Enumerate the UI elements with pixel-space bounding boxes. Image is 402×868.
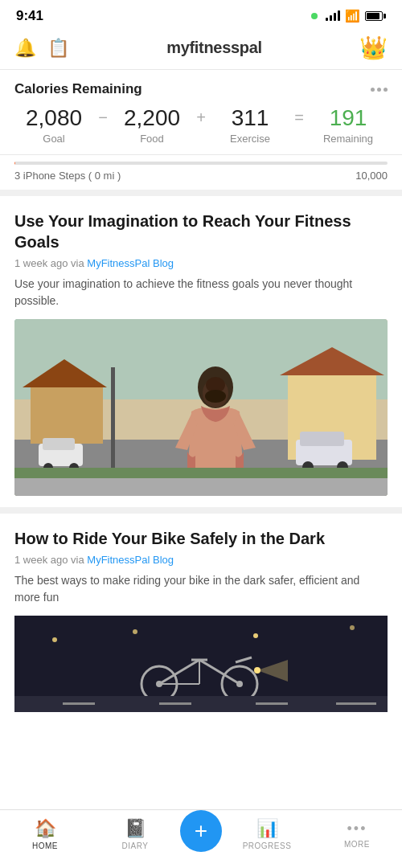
articles-section: Use Your Imagination to Reach Your Fitne… [0,196,402,712]
battery-icon [365,11,386,21]
status-time: 9:41 [16,8,43,24]
svg-point-26 [133,629,137,634]
wifi-icon: 📶 [345,9,360,23]
activity-indicator [311,13,318,19]
article-2-svg [14,616,388,712]
article-svg [14,319,388,496]
steps-labels: 3 iPhone Steps ( 0 mi ) 10,000 [14,170,388,182]
svg-rect-44 [336,702,376,705]
exercise-item: 311 Exercise [211,105,289,145]
svg-rect-43 [256,702,288,705]
article-source-link-2[interactable]: MyFitnessPal Blog [87,554,174,566]
svg-rect-6 [43,438,75,450]
home-label: HOME [32,841,58,850]
plus-icon: + [195,820,207,842]
article-meta: 1 week ago via MyFitnessPal Blog [14,257,388,269]
diary-label: DIARY [122,841,149,850]
nav-item-more[interactable]: ••• MORE [312,821,402,849]
food-value: 2,200 [113,105,191,131]
svg-point-27 [253,633,258,638]
article-source-link[interactable]: MyFitnessPal Blog [87,257,174,269]
svg-rect-3 [31,387,103,444]
article-time: 1 week ago via [14,257,87,269]
svg-rect-42 [159,702,191,705]
bell-icon[interactable]: 🔔 [14,38,36,59]
calories-header: Calories Remaining [14,81,388,97]
exercise-value: 311 [211,105,289,131]
calories-title: Calories Remaining [14,81,142,97]
remaining-label: Remaining [309,133,388,145]
status-bar: 9:41 📶 [0,0,402,28]
diary-icon: 📓 [125,818,146,839]
article-excerpt: Use your imagination to achieve the fitn… [14,276,388,309]
svg-rect-12 [300,432,344,446]
home-icon: 🏠 [35,818,56,839]
clipboard-icon[interactable]: 📋 [47,38,69,59]
goal-item: 2,080 Goal [14,105,93,145]
svg-rect-22 [14,476,388,496]
status-icons: 📶 [311,9,386,23]
food-item: 2,200 Food [113,105,191,145]
article-card[interactable]: Use Your Imagination to Reach Your Fitne… [0,196,402,514]
more-label: MORE [344,840,370,849]
exercise-label: Exercise [211,133,289,145]
calories-row: 2,080 Goal − 2,200 Food + 311 Exercise =… [14,105,388,145]
app-title: myfitnesspal [166,39,262,57]
nav-left-icons: 🔔 📋 [14,38,69,59]
progress-icon: 📊 [256,818,278,839]
steps-progress-bar [14,162,388,165]
more-options-button[interactable] [371,88,388,92]
premium-crown-icon[interactable]: 👑 [359,35,388,61]
plus-operator: + [191,108,211,141]
signal-icon [326,11,340,21]
equals-operator: = [289,108,309,141]
steps-goal: 10,000 [355,170,388,182]
nav-item-home[interactable]: 🏠 HOME [0,818,90,850]
steps-progress-fill [14,162,15,165]
article-image-2 [14,616,388,712]
more-icon: ••• [347,821,367,837]
remaining-item: 191 Remaining [309,105,388,145]
article-excerpt-2: The best ways to make riding your bike i… [14,572,388,606]
svg-point-21 [205,390,226,403]
article-card-2[interactable]: How to Ride Your Bike Safely in the Dark… [0,514,402,712]
steps-section: 3 iPhone Steps ( 0 mi ) 10,000 [0,155,402,196]
bottom-nav: 🏠 HOME 📓 DIARY + 📊 PROGRESS ••• MORE [0,809,402,868]
top-nav: 🔔 📋 myfitnesspal 👑 [0,28,402,70]
goal-value: 2,080 [14,105,93,131]
svg-rect-23 [14,468,388,478]
nav-item-diary[interactable]: 📓 DIARY [90,818,180,850]
svg-point-25 [52,637,57,642]
svg-rect-41 [63,702,95,705]
steps-count: 3 iPhone Steps ( 0 mi ) [14,170,121,182]
article-time-2: 1 week ago via [14,554,87,566]
svg-point-28 [350,625,355,630]
calories-card: Calories Remaining 2,080 Goal − 2,200 Fo… [0,70,402,155]
article-title-2: How to Ride Your Bike Safely in the Dark [14,528,388,549]
goal-label: Goal [14,133,93,145]
nav-item-progress[interactable]: 📊 PROGRESS [222,818,312,850]
add-button[interactable]: + [180,810,222,852]
progress-label: PROGRESS [243,841,292,850]
food-label: Food [113,133,191,145]
article-title: Use Your Imagination to Reach Your Fitne… [14,211,388,252]
article-meta-2: 1 week ago via MyFitnessPal Blog [14,554,388,566]
article-image [14,319,388,496]
minus-operator: − [93,108,113,141]
remaining-value: 191 [309,105,388,131]
